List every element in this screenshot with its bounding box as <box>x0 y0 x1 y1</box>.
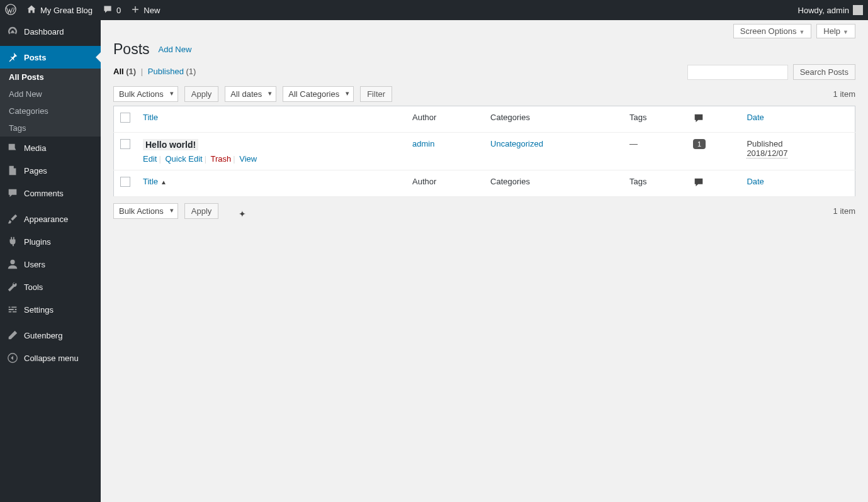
page-heading: Posts Add New <box>113 41 855 58</box>
action-view[interactable]: View <box>239 154 257 164</box>
new-content-link[interactable]: New <box>131 5 160 16</box>
sidebar-item-label: Media <box>24 143 46 153</box>
add-new-link[interactable]: Add New <box>159 45 192 54</box>
sort-asc-icon: ▲ <box>161 179 167 186</box>
post-author[interactable]: admin <box>412 139 434 148</box>
sidebar-item-users[interactable]: Users <box>0 253 101 276</box>
sidebar-item-tools[interactable]: Tools <box>0 276 101 298</box>
categories-select[interactable]: All Categories <box>283 86 354 102</box>
submenu-all-posts[interactable]: All Posts <box>0 69 101 86</box>
media-icon <box>6 142 19 154</box>
chevron-down-icon: ▼ <box>799 29 804 35</box>
select-all-checkbox[interactable] <box>120 113 130 123</box>
post-date: Published 2018/12/07 <box>740 133 855 170</box>
sidebar-item-settings[interactable]: Settings <box>0 298 101 321</box>
submenu-add-new[interactable]: Add New <box>0 86 101 103</box>
sidebar-item-label: Collapse menu <box>24 354 79 363</box>
screen-options-button[interactable]: Screen Options▼ <box>733 24 812 38</box>
sidebar-item-label: Users <box>24 260 45 269</box>
post-title[interactable]: Hello world! <box>143 139 198 150</box>
dates-select[interactable]: All dates <box>225 86 276 102</box>
col-categories[interactable]: Categories <box>484 106 623 133</box>
sidebar-item-plugins[interactable]: Plugins <box>0 230 101 253</box>
comment-icon <box>103 4 113 16</box>
search-posts-button[interactable]: Search Posts <box>793 64 855 80</box>
action-edit[interactable]: Edit <box>143 154 157 164</box>
greeting-text: Howdy, admin <box>798 6 849 15</box>
col-tags[interactable]: Tags <box>623 106 687 133</box>
new-label: New <box>144 6 160 15</box>
filter-button[interactable]: Filter <box>360 86 392 102</box>
apply-button[interactable]: Apply <box>184 86 219 102</box>
site-name-text: My Great Blog <box>40 6 93 15</box>
help-button[interactable]: Help▼ <box>816 24 855 38</box>
sidebar-item-label: Pages <box>24 166 47 176</box>
col-categories-footer[interactable]: Categories <box>484 170 623 197</box>
sidebar-item-label: Plugins <box>24 237 51 247</box>
post-tags: — <box>623 133 687 170</box>
action-trash[interactable]: Trash <box>210 154 231 164</box>
submenu-tags[interactable]: Tags <box>0 120 101 137</box>
comments-count: 0 <box>116 6 121 15</box>
col-date-footer[interactable]: Date <box>740 170 855 197</box>
col-comments[interactable] <box>687 106 740 133</box>
col-title-footer[interactable]: Title▲ <box>137 170 406 197</box>
sidebar-item-appearance[interactable]: Appearance <box>0 208 101 230</box>
col-date[interactable]: Date <box>740 106 855 133</box>
col-tags-footer[interactable]: Tags <box>623 170 687 197</box>
user-greeting[interactable]: Howdy, admin <box>798 5 863 15</box>
sidebar-item-label: Dashboard <box>24 27 64 36</box>
admin-sidebar: Dashboard Posts All Posts Add New Catego… <box>0 20 101 502</box>
sidebar-item-dashboard[interactable]: Dashboard <box>0 20 101 43</box>
post-category[interactable]: Uncategorized <box>490 139 543 148</box>
col-title[interactable]: Title <box>137 106 406 133</box>
sidebar-item-gutenberg[interactable]: Gutenberg <box>0 324 101 347</box>
sidebar-item-pages[interactable]: Pages <box>0 159 101 182</box>
apply-button-bottom[interactable]: Apply <box>184 203 219 219</box>
page-title: Posts <box>113 41 150 58</box>
col-author[interactable]: Author <box>406 106 484 133</box>
post-status-filters: All (1) | Published (1) Search Posts <box>113 67 855 80</box>
comment-icon <box>693 181 704 190</box>
svg-point-1 <box>10 260 14 264</box>
bulk-actions-select-bottom[interactable]: Bulk Actions <box>113 203 178 219</box>
wp-logo[interactable] <box>5 4 16 17</box>
submenu-categories[interactable]: Categories <box>0 103 101 120</box>
collapse-icon <box>6 352 19 364</box>
item-count: 1 item <box>833 89 855 99</box>
sidebar-item-label: Settings <box>24 305 54 315</box>
sidebar-item-label: Tools <box>24 282 43 292</box>
sidebar-item-comments[interactable]: Comments <box>0 182 101 204</box>
avatar <box>853 5 863 15</box>
comment-count-badge[interactable]: 1 <box>693 139 706 149</box>
col-comments-footer[interactable] <box>687 170 740 197</box>
comments-link[interactable]: 0 <box>103 4 121 16</box>
col-author-footer[interactable]: Author <box>406 170 484 197</box>
row-checkbox[interactable] <box>120 139 130 149</box>
admin-toolbar: My Great Blog 0 New Howdy, admin <box>0 0 868 20</box>
page-icon <box>6 164 19 177</box>
filter-all[interactable]: All (1) <box>113 67 136 76</box>
table-row: Hello world! Edit| Quick Edit| Trash| Vi… <box>114 133 855 170</box>
bulk-actions-select[interactable]: Bulk Actions <box>113 86 178 102</box>
pin-icon <box>6 51 19 64</box>
brush-icon <box>6 213 19 225</box>
sliders-icon <box>6 303 19 316</box>
sidebar-item-collapse[interactable]: Collapse menu <box>0 347 101 369</box>
search-input[interactable] <box>687 65 788 80</box>
sidebar-item-label: Comments <box>24 189 64 198</box>
comment-icon <box>693 116 704 126</box>
action-quick-edit[interactable]: Quick Edit <box>165 154 202 164</box>
filter-published[interactable]: Published (1) <box>148 67 196 76</box>
wordpress-icon <box>5 4 16 17</box>
sidebar-item-media[interactable]: Media <box>0 137 101 159</box>
pencil-icon <box>6 329 19 342</box>
row-actions: Edit| Quick Edit| Trash| View <box>143 154 400 164</box>
main-content: Screen Options▼ Help▼ Posts Add New All … <box>101 20 868 502</box>
sidebar-item-posts[interactable]: Posts <box>0 46 101 69</box>
select-all-checkbox-bottom[interactable] <box>120 177 130 187</box>
tablenav-top: Bulk Actions Apply All dates All Categor… <box>113 86 855 102</box>
site-name-link[interactable]: My Great Blog <box>26 4 93 16</box>
plug-icon <box>6 235 19 248</box>
dashboard-icon <box>6 25 19 38</box>
